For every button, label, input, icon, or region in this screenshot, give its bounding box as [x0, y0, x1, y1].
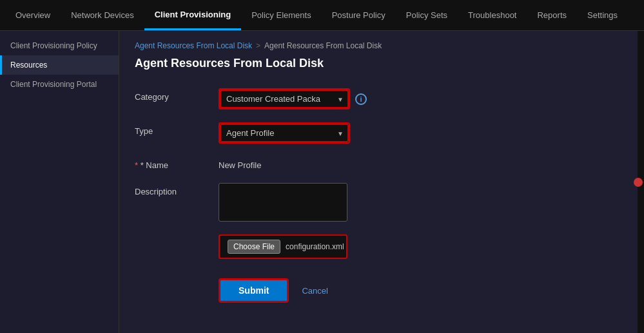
edge-dot: [634, 178, 643, 187]
form-section: Category Customer Created Packa Cisco Pr…: [135, 88, 522, 303]
choose-file-button[interactable]: Choose File: [228, 240, 280, 254]
category-control-wrap: Customer Created Packa Cisco Provided Pa…: [219, 88, 367, 109]
form-row-description: Description: [135, 183, 522, 222]
nav-item-troubleshoot[interactable]: Troubleshoot: [458, 0, 527, 30]
nav-item-reports[interactable]: Reports: [527, 0, 577, 30]
nav-item-client-provisioning[interactable]: Client Provisioning: [144, 0, 241, 30]
type-label: Type: [135, 122, 219, 136]
main-content: Agent Resources From Local Disk > Agent …: [119, 31, 638, 333]
category-info-icon[interactable]: i: [355, 93, 367, 105]
main-layout: Client Provisioning Policy Resources Cli…: [0, 31, 644, 333]
breadcrumb-parent-link[interactable]: Agent Resources From Local Disk: [135, 41, 252, 50]
page-title: Agent Resources From Local Disk: [135, 57, 622, 70]
type-select[interactable]: Agent Profile Agent Compliance Module Ag…: [220, 124, 349, 142]
type-control-wrap: Agent Profile Agent Compliance Module Ag…: [219, 122, 350, 144]
cancel-button[interactable]: Cancel: [302, 286, 327, 296]
nav-item-policy-elements[interactable]: Policy Elements: [241, 0, 321, 30]
submit-button[interactable]: Submit: [219, 278, 289, 303]
sidebar-item-client-provisioning-policy[interactable]: Client Provisioning Policy: [0, 36, 119, 55]
breadcrumb-separator: >: [256, 41, 260, 50]
name-label-text: * Name: [141, 160, 168, 170]
breadcrumb: Agent Resources From Local Disk > Agent …: [135, 41, 622, 50]
name-label: * * Name: [135, 157, 219, 170]
form-row-name: * * Name New Profile: [135, 157, 522, 170]
name-value: New Profile: [219, 157, 261, 170]
category-select[interactable]: Customer Created Packa Cisco Provided Pa…: [220, 90, 349, 108]
required-star: *: [135, 160, 141, 170]
description-input[interactable]: [219, 183, 347, 222]
button-row: Submit Cancel: [219, 278, 522, 303]
sidebar-item-resources[interactable]: Resources: [0, 55, 119, 75]
breadcrumb-current: Agent Resources From Local Disk: [264, 41, 382, 50]
category-select-wrapper: Customer Created Packa Cisco Provided Pa…: [219, 88, 350, 109]
sidebar: Client Provisioning Policy Resources Cli…: [0, 31, 119, 333]
sidebar-item-client-provisioning-portal[interactable]: Client Provisioning Portal: [0, 75, 119, 94]
nav-item-overview[interactable]: Overview: [5, 0, 61, 30]
description-label: Description: [135, 183, 219, 196]
nav-item-policy-sets[interactable]: Policy Sets: [396, 0, 458, 30]
form-row-file: Choose File configuration.xml: [135, 234, 522, 259]
right-edge: [638, 31, 644, 333]
category-label: Category: [135, 88, 219, 102]
file-input-wrap: Choose File configuration.xml: [219, 234, 347, 259]
nav-item-posture-policy[interactable]: Posture Policy: [322, 0, 396, 30]
nav-item-network-devices[interactable]: Network Devices: [61, 0, 144, 30]
type-select-wrapper: Agent Profile Agent Compliance Module Ag…: [219, 122, 350, 144]
form-row-category: Category Customer Created Packa Cisco Pr…: [135, 88, 522, 109]
form-row-type: Type Agent Profile Agent Compliance Modu…: [135, 122, 522, 144]
file-label-spacer: [135, 234, 219, 238]
top-nav: Overview Network Devices Client Provisio…: [0, 0, 644, 31]
file-name: configuration.xml: [286, 242, 344, 251]
nav-item-settings[interactable]: Settings: [577, 0, 628, 30]
